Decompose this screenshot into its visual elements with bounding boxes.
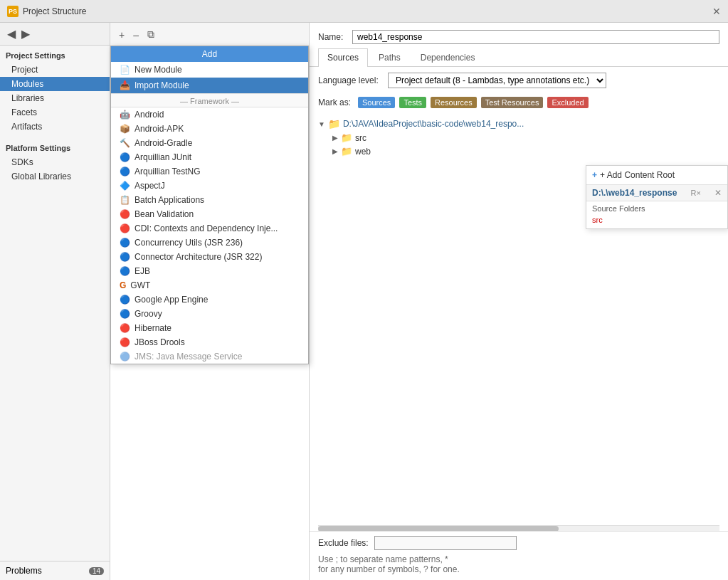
framework-jms: 🔵 JMS: Java Message Service [111, 349, 308, 364]
sidebar: ◀ ▶ Project Settings Project Modules Lib… [0, 23, 110, 580]
tab-paths[interactable]: Paths [369, 48, 410, 66]
framework-concurrency[interactable]: 🔵 Concurrency Utils (JSR 236) [111, 236, 308, 250]
root-path: D:\JAVA\IdeaProject\basic-code\web14_res… [343, 119, 524, 129]
framework-aspectj[interactable]: 🔷 AspectJ [111, 179, 308, 193]
platform-settings-header: Platform Settings [0, 137, 110, 155]
add-content-root-btn[interactable]: + + Add Content Root [586, 166, 727, 185]
framework-gwt[interactable]: G GWT [111, 278, 308, 292]
src-chevron[interactable]: ▶ [332, 134, 338, 142]
add-content-label: + Add Content Root [600, 170, 675, 180]
sidebar-item-artifacts[interactable]: Artifacts [0, 120, 110, 134]
mark-sources-button[interactable]: Sources [358, 97, 395, 108]
concurrency-icon: 🔵 [120, 238, 130, 248]
src-path-label: src [586, 214, 727, 228]
batch-icon: 📋 [120, 195, 130, 205]
name-row: Name: [310, 23, 728, 48]
framework-cdi[interactable]: 🔴 CDI: Contexts and Dependency Inje... [111, 221, 308, 236]
dropdown-header: Add [111, 46, 308, 62]
app-icon: PS [7, 6, 19, 17]
lang-label: Language level: [318, 75, 382, 85]
framework-arquillian-testng[interactable]: 🔵 Arquillian TestNG [111, 164, 308, 179]
framework-batch[interactable]: 📋 Batch Applications [111, 193, 308, 207]
jms-icon: 🔵 [120, 352, 130, 362]
framework-bean-validation[interactable]: 🔴 Bean Validation [111, 207, 308, 221]
import-module-item[interactable]: 📥 Import Module [111, 78, 308, 93]
exclude-input[interactable] [374, 536, 517, 550]
center-panel: + – ⧉ Add 📄 New Module 📥 Import Module —… [110, 23, 310, 580]
tab-dependencies[interactable]: Dependencies [411, 48, 485, 66]
add-button[interactable]: + [116, 27, 127, 42]
jboss-icon: 🔴 [120, 337, 130, 347]
problems-row[interactable]: Problems 14 [0, 561, 110, 580]
title-bar: PS Project Structure ✕ [0, 0, 728, 23]
ejb-icon: 🔵 [120, 266, 130, 276]
back-button[interactable]: ◀ [6, 27, 17, 41]
groovy-icon: 🔵 [120, 309, 130, 319]
project-settings-header: Project Settings [0, 46, 110, 63]
arquillian-testng-icon: 🔵 [120, 167, 130, 176]
sidebar-item-project[interactable]: Project [0, 63, 110, 77]
android-apk-icon: 📦 [120, 124, 130, 134]
framework-arquillian-junit[interactable]: 🔵 Arquillian JUnit [111, 150, 308, 164]
scrollbar[interactable] [318, 525, 719, 531]
framework-header: — Framework — [111, 93, 308, 107]
tree-root[interactable]: ▼ 📁 D:\JAVA\IdeaProject\basic-code\web14… [318, 117, 719, 131]
android-gradle-icon: 🔨 [120, 138, 130, 148]
sidebar-item-facets[interactable]: Facets [0, 105, 110, 120]
popup-title: D:\.\web14_response [592, 188, 677, 198]
add-dropdown: Add 📄 New Module 📥 Import Module — Frame… [110, 46, 309, 364]
tab-sources[interactable]: Sources [318, 48, 368, 67]
framework-hibernate[interactable]: 🔴 Hibernate [111, 321, 308, 335]
sidebar-item-libraries[interactable]: Libraries [0, 91, 110, 105]
new-module-item[interactable]: 📄 New Module [111, 62, 308, 78]
framework-android-gradle[interactable]: 🔨 Android-Gradle [111, 136, 308, 150]
content-root-popup: + + Add Content Root D:\.\web14_response… [586, 165, 728, 229]
framework-android-apk[interactable]: 📦 Android-APK [111, 122, 308, 136]
name-label: Name: [318, 32, 347, 42]
sidebar-item-global-libraries[interactable]: Global Libraries [0, 169, 110, 184]
right-panel: Name: Sources Paths Dependencies Languag… [310, 23, 728, 580]
framework-google[interactable]: 🔵 Google App Engine [111, 292, 308, 307]
mark-excluded-button[interactable]: Excluded [547, 97, 588, 108]
lang-row: Language level: Project default (8 - Lam… [310, 67, 728, 94]
sidebar-nav: ◀ ▶ [0, 23, 110, 46]
tree-row-web[interactable]: ▶ 📁 web [332, 144, 719, 158]
framework-connector[interactable]: 🔵 Connector Architecture (JSR 322) [111, 250, 308, 264]
popup-title-row: D:\.\web14_response R× ✕ [586, 185, 727, 201]
tabs: Sources Paths Dependencies [310, 48, 728, 67]
sidebar-item-sdks[interactable]: SDKs [0, 155, 110, 169]
web-chevron[interactable]: ▶ [332, 147, 338, 155]
gwt-icon: G [120, 280, 126, 290]
copy-button[interactable]: ⧉ [144, 27, 157, 42]
sidebar-item-modules[interactable]: Modules [0, 77, 110, 91]
tree-row-src[interactable]: ▶ 📁 src [332, 131, 719, 144]
add-content-icon: + [592, 170, 597, 180]
tree-subtree: ▶ 📁 src ▶ 📁 web [332, 131, 719, 158]
popup-close-button[interactable]: ✕ [714, 188, 722, 198]
hint-text-1: Use ; to separate name patterns, * for a… [310, 554, 728, 580]
close-button[interactable]: ✕ [712, 6, 721, 17]
web-label: web [355, 147, 371, 157]
mark-tests-button[interactable]: Tests [399, 97, 426, 108]
forward-button[interactable]: ▶ [20, 27, 31, 41]
popup-pin-icon[interactable]: R× [691, 189, 701, 197]
mark-as-label: Mark as: [318, 97, 351, 107]
framework-groovy[interactable]: 🔵 Groovy [111, 307, 308, 321]
root-chevron[interactable]: ▼ [318, 120, 325, 128]
import-module-icon: 📥 [120, 80, 130, 90]
framework-jboss[interactable]: 🔴 JBoss Drools [111, 335, 308, 349]
framework-android[interactable]: 🤖 Android [111, 107, 308, 122]
mark-test-resources-button[interactable]: Test Resources [481, 97, 544, 108]
name-input[interactable] [352, 30, 719, 44]
mark-resources-button[interactable]: Resources [431, 97, 477, 108]
window-title: Project Structure [23, 6, 86, 16]
web-folder-icon: 📁 [341, 146, 352, 157]
hibernate-icon: 🔴 [120, 323, 130, 333]
lang-select[interactable]: Project default (8 - Lambdas, type annot… [388, 73, 606, 88]
src-folder-icon: 📁 [341, 132, 352, 143]
new-module-icon: 📄 [120, 65, 130, 75]
source-folders-label: Source Folders [586, 201, 727, 214]
import-module-label: Import Module [134, 80, 189, 90]
framework-ejb[interactable]: 🔵 EJB [111, 264, 308, 278]
remove-button[interactable]: – [130, 27, 142, 42]
